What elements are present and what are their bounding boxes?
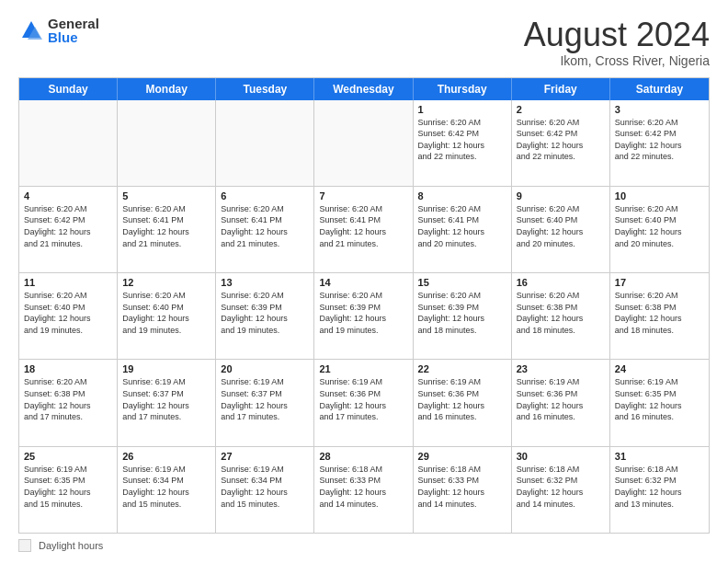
day-info: Sunrise: 6:20 AM Sunset: 6:40 PM Dayligh… — [517, 203, 605, 249]
day-info: Sunrise: 6:20 AM Sunset: 6:39 PM Dayligh… — [319, 290, 407, 336]
footer: Daylight hours — [18, 539, 710, 552]
header-day-sunday: Sunday — [19, 78, 118, 100]
cal-cell: 14Sunrise: 6:20 AM Sunset: 6:39 PM Dayli… — [314, 273, 413, 359]
cal-week-4: 25Sunrise: 6:19 AM Sunset: 6:35 PM Dayli… — [19, 447, 709, 533]
logo-blue-text: Blue — [48, 30, 99, 44]
cal-cell: 6Sunrise: 6:20 AM Sunset: 6:41 PM Daylig… — [216, 187, 314, 272]
day-info: Sunrise: 6:20 AM Sunset: 6:41 PM Dayligh… — [122, 203, 210, 249]
day-info: Sunrise: 6:19 AM Sunset: 6:37 PM Dayligh… — [122, 376, 210, 422]
day-info: Sunrise: 6:20 AM Sunset: 6:40 PM Dayligh… — [615, 203, 704, 249]
daylight-label: Daylight hours — [39, 540, 103, 551]
cal-cell: 17Sunrise: 6:20 AM Sunset: 6:38 PM Dayli… — [610, 273, 709, 359]
cal-cell: 24Sunrise: 6:19 AM Sunset: 6:35 PM Dayli… — [610, 360, 709, 445]
day-number: 2 — [517, 104, 605, 115]
day-info: Sunrise: 6:19 AM Sunset: 6:34 PM Dayligh… — [221, 464, 309, 510]
cal-cell: 5Sunrise: 6:20 AM Sunset: 6:41 PM Daylig… — [118, 187, 216, 272]
header-day-saturday: Saturday — [610, 78, 709, 100]
day-info: Sunrise: 6:19 AM Sunset: 6:37 PM Dayligh… — [221, 376, 309, 422]
cal-cell: 12Sunrise: 6:20 AM Sunset: 6:40 PM Dayli… — [118, 273, 216, 359]
day-info: Sunrise: 6:20 AM Sunset: 6:39 PM Dayligh… — [221, 290, 309, 336]
day-info: Sunrise: 6:20 AM Sunset: 6:42 PM Dayligh… — [24, 203, 112, 249]
day-info: Sunrise: 6:19 AM Sunset: 6:36 PM Dayligh… — [517, 376, 605, 422]
day-info: Sunrise: 6:20 AM Sunset: 6:41 PM Dayligh… — [319, 203, 407, 249]
day-number: 21 — [319, 363, 407, 374]
day-number: 25 — [24, 451, 112, 462]
cal-week-2: 11Sunrise: 6:20 AM Sunset: 6:40 PM Dayli… — [19, 273, 709, 360]
day-info: Sunrise: 6:18 AM Sunset: 6:33 PM Dayligh… — [319, 464, 407, 510]
cal-cell: 27Sunrise: 6:19 AM Sunset: 6:34 PM Dayli… — [216, 447, 314, 533]
cal-cell: 3Sunrise: 6:20 AM Sunset: 6:42 PM Daylig… — [610, 100, 709, 186]
cal-cell: 30Sunrise: 6:18 AM Sunset: 6:32 PM Dayli… — [512, 447, 610, 533]
day-number: 7 — [319, 190, 407, 201]
cal-week-3: 18Sunrise: 6:20 AM Sunset: 6:38 PM Dayli… — [19, 360, 709, 446]
day-info: Sunrise: 6:19 AM Sunset: 6:35 PM Dayligh… — [615, 376, 704, 422]
day-info: Sunrise: 6:19 AM Sunset: 6:34 PM Dayligh… — [122, 464, 210, 510]
calendar-header: SundayMondayTuesdayWednesdayThursdayFrid… — [19, 78, 709, 100]
day-number: 15 — [418, 277, 506, 288]
day-info: Sunrise: 6:18 AM Sunset: 6:32 PM Dayligh… — [615, 464, 704, 510]
calendar-body: 1Sunrise: 6:20 AM Sunset: 6:42 PM Daylig… — [19, 100, 709, 533]
day-number: 19 — [122, 363, 210, 374]
logo-icon — [18, 17, 44, 43]
header: General Blue August 2024 Ikom, Cross Riv… — [18, 17, 710, 68]
cal-week-0: 1Sunrise: 6:20 AM Sunset: 6:42 PM Daylig… — [19, 100, 709, 187]
logo-text: General Blue — [48, 17, 99, 44]
day-info: Sunrise: 6:18 AM Sunset: 6:32 PM Dayligh… — [517, 464, 605, 510]
day-info: Sunrise: 6:19 AM Sunset: 6:36 PM Dayligh… — [319, 376, 407, 422]
day-number: 18 — [24, 363, 112, 374]
day-info: Sunrise: 6:19 AM Sunset: 6:36 PM Dayligh… — [418, 376, 506, 422]
cal-cell: 20Sunrise: 6:19 AM Sunset: 6:37 PM Dayli… — [216, 360, 314, 445]
location: Ikom, Cross River, Nigeria — [524, 53, 710, 68]
logo-general-text: General — [48, 17, 99, 30]
cal-cell: 22Sunrise: 6:19 AM Sunset: 6:36 PM Dayli… — [414, 360, 512, 445]
day-info: Sunrise: 6:20 AM Sunset: 6:41 PM Dayligh… — [221, 203, 309, 249]
day-info: Sunrise: 6:20 AM Sunset: 6:40 PM Dayligh… — [122, 290, 210, 336]
day-number: 24 — [615, 363, 704, 374]
cal-cell — [118, 100, 216, 186]
header-day-wednesday: Wednesday — [314, 78, 413, 100]
cal-cell: 2Sunrise: 6:20 AM Sunset: 6:42 PM Daylig… — [512, 100, 610, 186]
calendar: SundayMondayTuesdayWednesdayThursdayFrid… — [18, 77, 710, 534]
cal-cell: 10Sunrise: 6:20 AM Sunset: 6:40 PM Dayli… — [610, 187, 709, 272]
day-info: Sunrise: 6:20 AM Sunset: 6:42 PM Dayligh… — [517, 117, 605, 163]
day-number: 23 — [517, 363, 605, 374]
title-block: August 2024 Ikom, Cross River, Nigeria — [524, 17, 710, 68]
cal-cell: 28Sunrise: 6:18 AM Sunset: 6:33 PM Dayli… — [314, 447, 413, 533]
cal-cell: 25Sunrise: 6:19 AM Sunset: 6:35 PM Dayli… — [19, 447, 118, 533]
cal-cell: 21Sunrise: 6:19 AM Sunset: 6:36 PM Dayli… — [314, 360, 413, 445]
day-info: Sunrise: 6:20 AM Sunset: 6:38 PM Dayligh… — [615, 290, 704, 336]
cal-cell: 29Sunrise: 6:18 AM Sunset: 6:33 PM Dayli… — [414, 447, 512, 533]
day-number: 10 — [615, 190, 704, 201]
day-number: 31 — [615, 451, 704, 462]
cal-cell — [19, 100, 118, 186]
cal-cell — [314, 100, 413, 186]
cal-cell: 23Sunrise: 6:19 AM Sunset: 6:36 PM Dayli… — [512, 360, 610, 445]
day-number: 11 — [24, 277, 112, 288]
month-year: August 2024 — [524, 17, 710, 53]
day-info: Sunrise: 6:20 AM Sunset: 6:39 PM Dayligh… — [418, 290, 506, 336]
day-number: 6 — [221, 190, 309, 201]
cal-cell: 4Sunrise: 6:20 AM Sunset: 6:42 PM Daylig… — [19, 187, 118, 272]
cal-cell — [216, 100, 314, 186]
header-day-monday: Monday — [118, 78, 216, 100]
cal-cell: 1Sunrise: 6:20 AM Sunset: 6:42 PM Daylig… — [414, 100, 512, 186]
day-number: 4 — [24, 190, 112, 201]
day-info: Sunrise: 6:20 AM Sunset: 6:38 PM Dayligh… — [517, 290, 605, 336]
logo: General Blue — [18, 17, 99, 44]
day-number: 16 — [517, 277, 605, 288]
day-number: 26 — [122, 451, 210, 462]
day-info: Sunrise: 6:20 AM Sunset: 6:42 PM Dayligh… — [615, 117, 704, 163]
day-number: 29 — [418, 451, 506, 462]
day-info: Sunrise: 6:20 AM Sunset: 6:42 PM Dayligh… — [418, 117, 506, 163]
cal-cell: 31Sunrise: 6:18 AM Sunset: 6:32 PM Dayli… — [610, 447, 709, 533]
day-number: 1 — [418, 104, 506, 115]
header-day-tuesday: Tuesday — [216, 78, 314, 100]
day-number: 20 — [221, 363, 309, 374]
cal-cell: 16Sunrise: 6:20 AM Sunset: 6:38 PM Dayli… — [512, 273, 610, 359]
daylight-swatch — [18, 539, 31, 552]
header-day-thursday: Thursday — [414, 78, 512, 100]
day-number: 8 — [418, 190, 506, 201]
day-info: Sunrise: 6:20 AM Sunset: 6:40 PM Dayligh… — [24, 290, 112, 336]
day-info: Sunrise: 6:18 AM Sunset: 6:33 PM Dayligh… — [418, 464, 506, 510]
cal-cell: 18Sunrise: 6:20 AM Sunset: 6:38 PM Dayli… — [19, 360, 118, 445]
